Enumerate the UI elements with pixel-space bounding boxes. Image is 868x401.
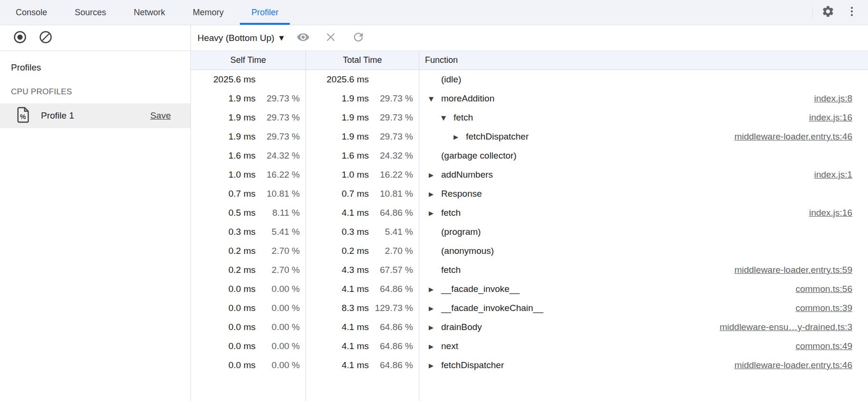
exclude-selected-button[interactable] — [322, 30, 339, 47]
table-row[interactable]: 0.0 ms 0.00 % 4.1 ms 64.86 % ▶ fetchDisp… — [191, 356, 868, 375]
filler-total-column — [306, 375, 419, 401]
column-header-self-time[interactable]: Self Time — [191, 51, 306, 70]
filler-self-column — [191, 375, 306, 401]
table-row[interactable]: 0.0 ms 0.00 % 8.3 ms 129.73 % ▶ __facade… — [191, 299, 868, 318]
table-row[interactable]: 0.0 ms 0.00 % 4.1 ms 64.86 % ▶ drainBody… — [191, 318, 868, 337]
tab-console[interactable]: Console — [4, 0, 59, 25]
sidebar-item-profile-1[interactable]: % Profile 1 Save — [0, 103, 190, 128]
total-time-percent: 64.86 % — [369, 208, 419, 218]
table-row[interactable]: 0.3 ms 5.41 % 0.3 ms 5.41 % (program) — [191, 222, 868, 241]
table-row[interactable]: 0.0 ms 0.00 % 4.1 ms 64.86 % ▶ __facade_… — [191, 280, 868, 299]
tab-network[interactable]: Network — [122, 0, 177, 25]
source-link[interactable]: common.ts:49 — [796, 341, 868, 351]
svg-text:%: % — [20, 113, 26, 120]
total-time-percent: 29.73 % — [369, 131, 419, 142]
expand-arrow-icon[interactable]: ▼ — [429, 95, 441, 102]
total-time-cell: 0.3 ms 5.41 % — [306, 222, 419, 241]
expand-arrow-icon[interactable]: ▶ — [429, 362, 441, 369]
table-row[interactable]: 1.9 ms 29.73 % 1.9 ms 29.73 % ▶ fetchDis… — [191, 127, 868, 146]
expand-arrow-icon[interactable]: ▼ — [441, 114, 454, 121]
total-time-value: 1.9 ms — [306, 112, 369, 123]
source-link[interactable]: index.js:16 — [809, 208, 868, 218]
function-name: (idle) — [441, 74, 461, 85]
total-time-value: 4.1 ms — [306, 360, 369, 371]
table-row[interactable]: 1.9 ms 29.73 % 1.9 ms 29.73 % ▼ fetch in… — [191, 108, 868, 127]
function-name: (program) — [441, 227, 481, 237]
self-time-percent: 29.73 % — [256, 93, 306, 104]
function-name: fetchDispatcher — [466, 131, 529, 142]
table-row[interactable]: 0.5 ms 8.11 % 4.1 ms 64.86 % ▶ fetch ind… — [191, 203, 868, 222]
focus-selected-button[interactable] — [295, 30, 312, 47]
clear-all-button[interactable] — [37, 30, 54, 47]
source-link[interactable]: middleware-loader.entry.ts:46 — [734, 360, 868, 371]
source-link[interactable]: common.ts:39 — [796, 303, 868, 313]
gear-icon — [821, 5, 835, 20]
function-cell: ▶ __facade_invoke__ common.ts:56 — [419, 280, 868, 299]
tab-sources[interactable]: Sources — [63, 0, 118, 25]
record-button[interactable] — [11, 30, 29, 47]
self-time-cell: 0.7 ms 10.81 % — [191, 184, 306, 203]
tab-memory[interactable]: Memory — [181, 0, 235, 25]
function-name: __facade_invoke__ — [441, 284, 520, 294]
source-link[interactable]: index.js:16 — [809, 112, 868, 123]
source-link[interactable]: index.js:1 — [814, 170, 868, 180]
devtools-window: Console Sources Network Memory Profiler — [0, 0, 868, 401]
total-time-cell: 4.1 ms 64.86 % — [306, 203, 419, 222]
expand-arrow-icon[interactable]: ▶ — [429, 343, 441, 350]
total-time-value: 1.9 ms — [306, 93, 369, 104]
table-row[interactable]: 0.7 ms 10.81 % 0.7 ms 10.81 % ▶ Response — [191, 184, 868, 203]
self-time-cell: 0.5 ms 8.11 % — [191, 203, 306, 222]
more-options-button[interactable] — [843, 4, 860, 21]
total-time-percent: 64.86 % — [369, 341, 419, 351]
total-time-percent: 64.86 % — [369, 322, 419, 332]
self-time-cell: 0.0 ms 0.00 % — [191, 337, 306, 356]
function-name: Response — [441, 189, 482, 199]
save-profile-link[interactable]: Save — [150, 110, 171, 121]
grid-header: Self Time Total Time Function — [191, 51, 868, 70]
total-time-cell: 4.1 ms 64.86 % — [306, 318, 419, 337]
function-cell: ▶ __facade_invokeChain__ common.ts:39 — [419, 299, 868, 318]
tab-profiler[interactable]: Profiler — [240, 0, 290, 25]
function-cell: ▶ Response — [419, 184, 868, 203]
expand-arrow-icon[interactable]: ▶ — [454, 133, 466, 140]
panel-tabs: Console Sources Network Memory Profiler — [0, 0, 292, 25]
function-cell: ▶ fetchDispatcher middleware-loader.entr… — [419, 356, 868, 375]
total-time-cell: 4.3 ms 67.57 % — [306, 261, 419, 280]
total-time-value: 4.3 ms — [306, 265, 369, 275]
expand-arrow-icon[interactable]: ▶ — [429, 190, 441, 198]
profiler-content: Profiles CPU PROFILES % Profile 1 Save S… — [0, 51, 868, 401]
table-row[interactable]: 0.2 ms 2.70 % 0.2 ms 2.70 % (anonymous) — [191, 241, 868, 261]
total-time-percent: 29.73 % — [369, 112, 419, 123]
self-time-cell: 0.0 ms 0.00 % — [191, 280, 306, 299]
expand-arrow-icon[interactable]: ▶ — [429, 210, 441, 217]
column-header-total-time[interactable]: Total Time — [306, 51, 419, 70]
restore-all-button[interactable] — [350, 30, 367, 47]
function-name: fetch — [441, 265, 461, 275]
total-time-value: 2025.6 ms — [306, 74, 369, 85]
self-time-cell: 0.0 ms 0.00 % — [191, 356, 306, 375]
table-row[interactable]: 1.9 ms 29.73 % 1.9 ms 29.73 % ▼ moreAddi… — [191, 89, 868, 108]
expand-arrow-icon[interactable]: ▶ — [429, 305, 441, 312]
source-link[interactable]: common.ts:56 — [796, 284, 868, 294]
view-mode-dropdown[interactable]: Heavy (Bottom Up) ▼ — [197, 33, 284, 43]
table-row[interactable]: 0.2 ms 2.70 % 4.3 ms 67.57 % fetch middl… — [191, 261, 868, 280]
expand-arrow-icon[interactable]: ▶ — [429, 324, 441, 331]
source-link[interactable]: middleware-loader.entry.ts:59 — [734, 265, 868, 275]
self-time-percent: 0.00 % — [256, 303, 306, 313]
self-time-percent: 5.41 % — [256, 227, 306, 237]
settings-button[interactable] — [819, 4, 837, 21]
source-link[interactable]: middleware-loader.entry.ts:46 — [734, 131, 868, 142]
total-time-cell: 1.9 ms 29.73 % — [306, 89, 419, 108]
table-row[interactable]: 1.6 ms 24.32 % 1.6 ms 24.32 % (garbage c… — [191, 146, 868, 165]
table-row[interactable]: 2025.6 ms 2025.6 ms (idle) — [191, 70, 868, 89]
source-link[interactable]: index.js:8 — [814, 93, 868, 104]
total-time-percent: 129.73 % — [369, 303, 419, 313]
source-link[interactable]: middleware-ensu…y-drained.ts:3 — [720, 322, 868, 332]
column-header-function[interactable]: Function — [419, 51, 868, 70]
table-row[interactable]: 0.0 ms 0.00 % 4.1 ms 64.86 % ▶ next comm… — [191, 337, 868, 356]
expand-arrow-icon[interactable]: ▶ — [429, 286, 441, 293]
expand-arrow-icon[interactable]: ▶ — [429, 171, 441, 179]
self-time-value: 1.0 ms — [191, 170, 256, 180]
table-row[interactable]: 1.0 ms 16.22 % 1.0 ms 16.22 % ▶ addNumbe… — [191, 165, 868, 184]
function-name: (anonymous) — [441, 246, 494, 256]
